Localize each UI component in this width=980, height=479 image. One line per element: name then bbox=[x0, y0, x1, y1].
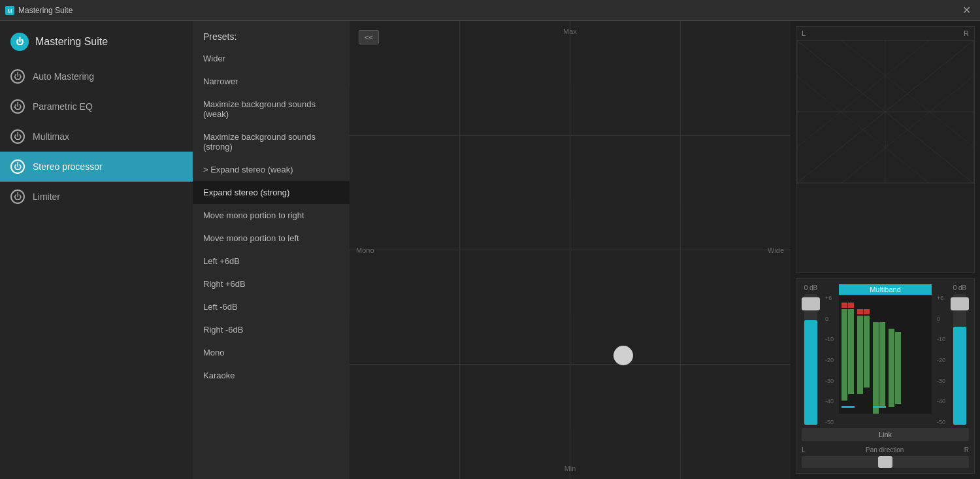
label-min: Min bbox=[564, 465, 576, 472]
right-slider[interactable] bbox=[951, 294, 969, 425]
pan-label-right: R bbox=[964, 446, 969, 454]
link-button[interactable]: Link bbox=[802, 428, 969, 441]
pan-slider-handle[interactable] bbox=[878, 456, 892, 468]
left-fill bbox=[804, 320, 817, 425]
preset-maximize-bg-strong[interactable]: Maximize background sounds (strong) bbox=[193, 125, 350, 158]
power-icon-eq bbox=[10, 99, 25, 114]
sidebar-item-multimax[interactable]: Multimax bbox=[0, 122, 193, 152]
preset-right-minus6db[interactable]: Right -6dB bbox=[193, 318, 350, 341]
meter-scale: +6 0 -10 -20 -30 -40 -50 bbox=[824, 295, 835, 425]
scale-r-minus30: -30 bbox=[937, 378, 945, 384]
meters-section: 0 dB +6 0 -10 bbox=[796, 278, 975, 474]
svg-rect-28 bbox=[873, 322, 879, 414]
right-meter-column: 0 dB bbox=[951, 284, 969, 425]
preset-expand-stereo-strong[interactable]: Expand stereo (strong) bbox=[193, 181, 350, 204]
power-icon-limiter bbox=[10, 190, 25, 204]
presets-list: Wider Narrower Maximize background sound… bbox=[193, 47, 350, 479]
sidebar-item-parametric-eq[interactable]: Parametric EQ bbox=[0, 91, 193, 122]
right-meter-label: 0 dB bbox=[953, 284, 967, 291]
main-layout: ⏻ Mastering Suite Auto Mastering Paramet… bbox=[0, 21, 980, 479]
right-track bbox=[953, 294, 966, 425]
scale-r-minus10: -10 bbox=[937, 336, 945, 342]
svg-rect-26 bbox=[864, 309, 870, 314]
preset-move-mono-left[interactable]: Move mono portion to left bbox=[193, 227, 350, 250]
title-bar-title: Mastering Suite bbox=[18, 6, 73, 15]
scale-minus40: -40 bbox=[825, 398, 834, 405]
close-button[interactable]: ✕ bbox=[958, 3, 975, 18]
left-meter-label: 0 dB bbox=[804, 284, 818, 291]
svg-rect-21 bbox=[841, 309, 847, 401]
preset-mono[interactable]: Mono bbox=[193, 341, 350, 364]
preset-maximize-bg-weak[interactable]: Maximize background sounds (weak) bbox=[193, 93, 350, 125]
nav-label-limiter: Limiter bbox=[33, 191, 60, 202]
content-area: Presets: Wider Narrower Maximize backgro… bbox=[193, 21, 980, 479]
scale-plus6: +6 bbox=[825, 295, 834, 301]
label-mono: Mono bbox=[356, 246, 374, 254]
stereo-grid-svg bbox=[350, 21, 791, 479]
left-track bbox=[804, 294, 817, 425]
svg-rect-30 bbox=[889, 329, 894, 407]
scale-minus50: -50 bbox=[825, 419, 834, 425]
pan-direction-row: L Pan direction R bbox=[802, 444, 969, 456]
app-title: Mastering Suite bbox=[35, 36, 108, 48]
title-bar-left: M Mastering Suite bbox=[5, 6, 73, 15]
stereo-display: Max Min Mono Wide bbox=[350, 21, 791, 479]
right-slider-handle[interactable] bbox=[951, 297, 969, 310]
app-icon: M bbox=[5, 6, 14, 15]
svg-rect-31 bbox=[895, 332, 901, 404]
presets-panel: Presets: Wider Narrower Maximize backgro… bbox=[193, 21, 350, 479]
vectorscope-svg bbox=[796, 40, 974, 184]
preset-left-plus6db[interactable]: Left +6dB bbox=[193, 250, 350, 273]
left-slider-handle[interactable] bbox=[802, 297, 820, 310]
svg-rect-24 bbox=[857, 309, 863, 314]
svg-rect-23 bbox=[848, 309, 854, 394]
preset-right-plus6db[interactable]: Right +6dB bbox=[193, 273, 350, 295]
svg-rect-27 bbox=[864, 316, 870, 388]
nav-label-parametric-eq: Parametric EQ bbox=[33, 101, 93, 112]
pan-label-left: L bbox=[802, 446, 806, 454]
label-wide: Wide bbox=[768, 246, 784, 254]
scale-r-minus50: -50 bbox=[937, 419, 945, 425]
preset-expand-stereo-weak[interactable]: > Expand stereo (weak) bbox=[193, 158, 350, 181]
middle-section: << bbox=[350, 21, 791, 479]
power-icon-multimax bbox=[10, 129, 25, 144]
preset-wider[interactable]: Wider bbox=[193, 47, 350, 70]
left-meter-column: 0 dB bbox=[802, 284, 820, 425]
right-panel: L R bbox=[791, 21, 980, 479]
preset-karaoke[interactable]: Karaoke bbox=[193, 364, 350, 387]
app-logo: ⏻ bbox=[10, 33, 29, 51]
nav-label-stereo-processor: Stereo processor bbox=[33, 161, 103, 172]
sidebar: ⏻ Mastering Suite Auto Mastering Paramet… bbox=[0, 21, 193, 479]
svg-rect-22 bbox=[848, 303, 854, 308]
scale-minus30: -30 bbox=[825, 378, 834, 384]
svg-rect-29 bbox=[879, 322, 885, 407]
vectorscope-label-left: L bbox=[802, 29, 806, 37]
scale-minus10: -10 bbox=[825, 336, 834, 342]
collapse-button[interactable]: << bbox=[359, 30, 379, 44]
preset-left-minus6db[interactable]: Left -6dB bbox=[193, 295, 350, 318]
scale-r-0: 0 bbox=[937, 316, 945, 322]
meter-scale-right: +6 0 -10 -20 -30 -40 -50 bbox=[936, 295, 947, 425]
sidebar-item-limiter[interactable]: Limiter bbox=[0, 182, 193, 212]
meters-row: 0 dB +6 0 -10 bbox=[802, 284, 969, 425]
svg-rect-32 bbox=[841, 406, 855, 408]
svg-rect-25 bbox=[857, 316, 863, 394]
vectorscope-label-right: R bbox=[964, 29, 969, 37]
title-bar: M Mastering Suite ✕ bbox=[0, 0, 980, 21]
sidebar-item-stereo-processor[interactable]: Stereo processor bbox=[0, 152, 193, 182]
svg-rect-33 bbox=[873, 406, 886, 408]
scale-r-minus40: -40 bbox=[937, 398, 945, 405]
power-icon-auto bbox=[10, 69, 25, 84]
preset-move-mono-right[interactable]: Move mono portion to right bbox=[193, 204, 350, 227]
stereo-position-dot[interactable] bbox=[613, 346, 633, 365]
scale-r-minus20: -20 bbox=[937, 357, 945, 363]
scale-minus20: -20 bbox=[825, 357, 834, 363]
preset-narrower[interactable]: Narrower bbox=[193, 70, 350, 93]
left-slider[interactable] bbox=[802, 294, 820, 425]
pan-slider[interactable] bbox=[802, 456, 969, 468]
sidebar-item-auto-mastering[interactable]: Auto Mastering bbox=[0, 61, 193, 91]
multiband-display: Multiband bbox=[839, 284, 932, 414]
multiband-bars-svg bbox=[839, 296, 932, 414]
scale-r-plus6: +6 bbox=[937, 295, 945, 301]
presets-header: Presets: bbox=[193, 21, 350, 47]
